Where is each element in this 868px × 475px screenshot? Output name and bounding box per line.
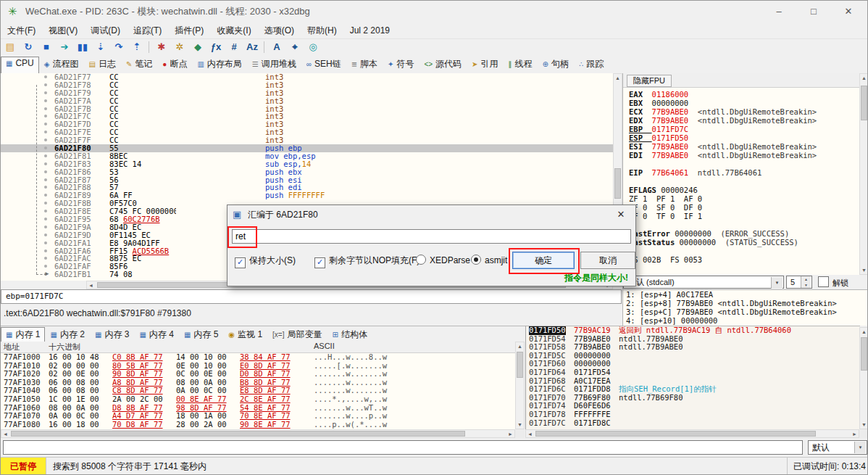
disasm-row[interactable]: 6AD21F7CCCint3 (1, 112, 613, 120)
tab-threads[interactable]: ∥线程 (504, 57, 538, 74)
minimize-button[interactable]: – (763, 1, 795, 22)
argument-row[interactable]: 3: [esp+C] 77B9ABE0 <ntdll.DbgUiRemoteBr… (623, 307, 868, 316)
dump-row[interactable]: 77AF10501C 00 1E 002A 00 2C 0000 8E AF 7… (1, 395, 515, 404)
open-file-icon[interactable]: ▤ (1, 40, 19, 54)
register-row[interactable]: ESI 77B9ABE0 <ntdll.DbgUiRemoteBreakin> (623, 142, 860, 151)
dump-hscrollbar[interactable]: ◄► (1, 429, 515, 438)
menu-item[interactable]: 插件(P) (168, 22, 210, 39)
tab-log[interactable]: ▤日志 (84, 57, 121, 74)
keep-size-checkbox-box[interactable]: ✓ (235, 257, 246, 268)
registers-vscrollbar-up-icon[interactable]: ▲ (860, 74, 868, 82)
dialog-title-bar[interactable]: ▣ 汇编于 6AD21F80 ✕ (228, 205, 635, 224)
stack-row[interactable]: 0171FD6C0171FDD8指向SEH_Record[1]的指针 (526, 385, 860, 394)
unlock-checkbox-box[interactable] (818, 276, 829, 287)
fill-nop-checkbox-box[interactable]: ✓ (314, 257, 325, 268)
tab-trace[interactable]: ∴跟踪 (574, 57, 609, 74)
tab-references[interactable]: ➤引用 (467, 57, 503, 74)
chevron-down-icon[interactable]: ▼ (771, 277, 783, 289)
plugins-icon[interactable]: ✲ (171, 40, 188, 54)
tab-notes[interactable]: ✎笔记 (121, 57, 157, 74)
stack-hscrollbar[interactable]: ◄► (525, 429, 859, 438)
case-icon[interactable]: Az (243, 40, 261, 54)
disasm-row[interactable]: 6AD21F8653push ebx (1, 168, 613, 176)
dump-vscrollbar-up-icon[interactable]: ▲ (516, 342, 524, 350)
stack-vscrollbar-up-icon[interactable]: ▲ (860, 328, 868, 336)
menu-item[interactable]: Jul 2 2019 (343, 23, 396, 38)
step-over-icon[interactable]: ↷ (110, 40, 128, 54)
dump-hscrollbar-thumb[interactable] (11, 431, 465, 437)
disasm-row[interactable]: 6AD21F7ACCint3 (1, 97, 613, 105)
memory-dump-view[interactable]: 77AF100016 00 10 48C0 8B AF 7714 00 10 0… (1, 353, 515, 429)
stack-hscrollbar-thumb[interactable] (535, 431, 816, 437)
stack-row[interactable]: 0171FD640171FD54 (526, 368, 860, 377)
menu-item[interactable]: 调试(D) (84, 22, 127, 39)
disasm-hscrollbar-left-icon[interactable]: ◄ (87, 281, 95, 289)
asmjit-radio[interactable]: asmjit (471, 255, 507, 265)
disasm-row[interactable]: 6AD21F7ECCint3 (1, 128, 613, 136)
dialog-close-icon[interactable]: ✕ (612, 205, 630, 224)
disasm-vscrollbar-up-icon[interactable]: ▲ (614, 74, 622, 82)
register-row[interactable]: EBP 0171FD7C (623, 125, 860, 133)
calculator-icon[interactable]: # (225, 40, 243, 54)
register-row[interactable]: CF 0 TF 0 IF 1 (623, 212, 860, 220)
menu-item[interactable]: 帮助(H) (301, 22, 343, 39)
calling-convention-select[interactable]: 默认 (stdcall) ▼ (623, 276, 784, 289)
dump-vscrollbar-thumb[interactable] (517, 352, 523, 378)
stack-view[interactable]: 0171FD5077B9AC19返回到 ntdll.77B9AC19 自 ntd… (525, 326, 860, 430)
disasm-row[interactable]: 6AD21F7FCCint3 (1, 136, 613, 144)
graph-icon[interactable]: ⌖ (286, 40, 304, 54)
unlock-checkbox[interactable]: 解锁 (818, 276, 848, 289)
patches-icon[interactable]: ◎ (304, 40, 322, 54)
disasm-row[interactable]: 6AD21F8383EC 14sub esp,14 (1, 160, 613, 168)
tab-handles[interactable]: ⊕句柄 (538, 57, 574, 74)
command-profile-select[interactable]: 默认 ▼ (808, 440, 867, 455)
dump-hscrollbar-right-icon[interactable]: ► (506, 430, 514, 438)
find-strings-icon[interactable]: A (268, 40, 285, 54)
assemble-instruction-input[interactable] (232, 229, 631, 244)
xedparse-radio[interactable]: XEDParse (416, 255, 470, 265)
fx-icon[interactable]: ƒx (207, 40, 225, 54)
restart-icon[interactable]: ↻ (20, 40, 37, 54)
run-icon[interactable]: ➔ (56, 40, 73, 54)
register-row[interactable]: EDX 77B9ABE0 <ntdll.DbgUiRemoteBreakin> (623, 116, 860, 125)
register-row[interactable]: LastStatus 00000000 (STATUS_SUCCESS) (623, 238, 860, 247)
register-row[interactable]: ZF 1 PF 1 AF 0 (623, 194, 860, 203)
favourites-icon[interactable]: ◆ (189, 40, 206, 54)
disasm-vscrollbar-thumb[interactable] (614, 168, 621, 199)
close-button[interactable]: ✕ (832, 1, 864, 22)
pause-icon[interactable]: ▮▮ (74, 40, 91, 54)
registers-vscrollbar-thumb[interactable] (861, 86, 867, 120)
step-into-icon[interactable]: ⇣ (92, 40, 109, 54)
register-row[interactable] (623, 247, 860, 255)
stack-vscrollbar-down-icon[interactable]: ▼ (860, 421, 868, 429)
tab-symbols[interactable]: ✦符号 (383, 57, 419, 74)
stack-hscrollbar-left-icon[interactable]: ◄ (526, 430, 534, 438)
tab-call-stack[interactable]: ☰调用堆栈 (247, 57, 301, 74)
maximize-button[interactable]: □ (798, 1, 830, 22)
stack-vscrollbar-thumb[interactable] (861, 337, 867, 371)
tab-source[interactable]: <>源代码 (419, 57, 467, 74)
hide-fpu-button[interactable]: 隐藏FPU (627, 75, 672, 87)
tab-breakpoints[interactable]: ●断点 (157, 57, 192, 74)
chevron-down-icon[interactable]: ▼ (854, 442, 866, 453)
menu-item[interactable]: 文件(F) (1, 22, 42, 39)
register-row[interactable]: GS 002B FS 0053 (623, 255, 860, 264)
fill-nop-checkbox[interactable]: ✓剩余字节以NOP填充(F) (314, 255, 420, 268)
register-row[interactable] (623, 177, 860, 186)
assemble-dialog[interactable]: ▣ 汇编于 6AD21F80 ✕ ✓保持大小(S) ✓剩余字节以NOP填充(F)… (227, 205, 636, 286)
register-row[interactable]: ECX 77B9ABE0 <ntdll.DbgUiRemoteBreakin> (623, 107, 860, 116)
register-row[interactable]: EFLAGS 00000246 (623, 186, 860, 194)
register-row[interactable]: EAX 01186000 (623, 90, 860, 99)
disasm-row[interactable]: 6AD21F8756push esi (1, 176, 613, 184)
close-debuggee-icon[interactable]: ■ (38, 40, 55, 54)
dump-row[interactable]: 77AF100016 00 10 48C0 8B AF 7714 00 10 0… (1, 353, 515, 362)
registers-vscrollbar[interactable]: ▲▼ (859, 73, 868, 275)
register-row[interactable]: LastError 00000000 (ERROR_SUCCESS) (623, 229, 860, 238)
registers-vscrollbar-down-icon[interactable]: ▼ (860, 266, 868, 274)
register-row[interactable]: EBX 00000000 (623, 99, 860, 107)
execute-till-return-icon[interactable]: ⇡ (128, 40, 146, 54)
disasm-row[interactable]: 6AD21F79CCint3 (1, 89, 613, 97)
argument-row[interactable]: 4: [esp+10] 00000000 (623, 316, 868, 325)
keep-size-checkbox[interactable]: ✓保持大小(S) (235, 255, 296, 268)
xedparse-radio-button[interactable] (416, 255, 426, 265)
